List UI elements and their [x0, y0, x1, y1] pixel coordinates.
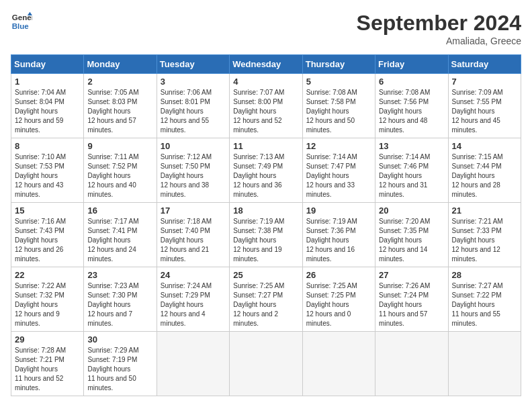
day-info: Sunrise: 7:08 AMSunset: 7:58 PMDaylight …	[306, 88, 371, 135]
day-info: Sunrise: 7:18 AMSunset: 7:40 PMDaylight …	[161, 217, 226, 264]
calendar-cell: 23Sunrise: 7:23 AMSunset: 7:30 PMDayligh…	[84, 267, 157, 332]
weekday-header-row: Sunday Monday Tuesday Wednesday Thursday…	[11, 55, 521, 74]
day-number: 7	[452, 77, 517, 87]
day-number: 8	[15, 141, 80, 151]
header-saturday: Saturday	[448, 55, 521, 74]
day-info: Sunrise: 7:20 AMSunset: 7:35 PMDaylight …	[379, 217, 444, 264]
day-info: Sunrise: 7:05 AMSunset: 8:03 PMDaylight …	[87, 88, 152, 135]
calendar-cell: 7Sunrise: 7:09 AMSunset: 7:55 PMDaylight…	[448, 74, 521, 138]
day-info: Sunrise: 7:09 AMSunset: 7:55 PMDaylight …	[452, 88, 517, 135]
calendar-cell: 19Sunrise: 7:19 AMSunset: 7:36 PMDayligh…	[302, 203, 375, 267]
day-info: Sunrise: 7:08 AMSunset: 7:56 PMDaylight …	[379, 88, 444, 135]
day-number: 18	[233, 205, 298, 216]
svg-text:Blue: Blue	[12, 22, 30, 30]
day-info: Sunrise: 7:06 AMSunset: 8:01 PMDaylight …	[161, 88, 226, 135]
day-number: 3	[161, 77, 226, 87]
day-number: 17	[161, 205, 226, 216]
calendar-cell: 2Sunrise: 7:05 AMSunset: 8:03 PMDaylight…	[84, 74, 157, 138]
day-number: 21	[452, 205, 517, 216]
calendar-cell: 15Sunrise: 7:16 AMSunset: 7:43 PMDayligh…	[11, 203, 84, 267]
calendar-cell: 18Sunrise: 7:19 AMSunset: 7:38 PMDayligh…	[230, 203, 302, 267]
calendar-cell: 1Sunrise: 7:04 AMSunset: 8:04 PMDaylight…	[11, 74, 84, 138]
calendar-cell: 11Sunrise: 7:13 AMSunset: 7:49 PMDayligh…	[230, 138, 302, 203]
calendar-cell: 22Sunrise: 7:22 AMSunset: 7:32 PMDayligh…	[11, 267, 84, 332]
day-number: 22	[15, 270, 80, 280]
day-info: Sunrise: 7:19 AMSunset: 7:36 PMDaylight …	[306, 217, 371, 264]
day-number: 29	[15, 334, 80, 345]
calendar-cell	[302, 332, 375, 396]
header-wednesday: Wednesday	[230, 55, 302, 74]
day-number: 16	[87, 205, 152, 216]
day-info: Sunrise: 7:15 AMSunset: 7:44 PMDaylight …	[452, 152, 517, 199]
day-info: Sunrise: 7:17 AMSunset: 7:41 PMDaylight …	[87, 217, 152, 264]
day-number: 6	[379, 77, 444, 87]
calendar-cell: 27Sunrise: 7:26 AMSunset: 7:24 PMDayligh…	[375, 267, 448, 332]
day-number: 30	[87, 334, 152, 345]
day-number: 28	[452, 270, 517, 280]
day-info: Sunrise: 7:29 AMSunset: 7:19 PMDaylight …	[87, 346, 152, 393]
day-info: Sunrise: 7:25 AMSunset: 7:27 PMDaylight …	[233, 281, 298, 328]
day-info: Sunrise: 7:13 AMSunset: 7:49 PMDaylight …	[233, 152, 298, 199]
calendar-cell: 20Sunrise: 7:20 AMSunset: 7:35 PMDayligh…	[375, 203, 448, 267]
calendar-cell: 12Sunrise: 7:14 AMSunset: 7:47 PMDayligh…	[302, 138, 375, 203]
calendar-row: 22Sunrise: 7:22 AMSunset: 7:32 PMDayligh…	[11, 267, 521, 332]
day-number: 23	[87, 270, 152, 280]
day-info: Sunrise: 7:12 AMSunset: 7:50 PMDaylight …	[161, 152, 226, 199]
logo: General Blue	[11, 11, 32, 32]
day-number: 20	[379, 205, 444, 216]
calendar-cell: 4Sunrise: 7:07 AMSunset: 8:00 PMDaylight…	[230, 74, 302, 138]
day-info: Sunrise: 7:14 AMSunset: 7:46 PMDaylight …	[379, 152, 444, 199]
calendar-row: 29Sunrise: 7:28 AMSunset: 7:21 PMDayligh…	[11, 332, 521, 396]
calendar-row: 15Sunrise: 7:16 AMSunset: 7:43 PMDayligh…	[11, 203, 521, 267]
calendar-cell: 10Sunrise: 7:12 AMSunset: 7:50 PMDayligh…	[157, 138, 229, 203]
calendar-cell: 13Sunrise: 7:14 AMSunset: 7:46 PMDayligh…	[375, 138, 448, 203]
day-info: Sunrise: 7:16 AMSunset: 7:43 PMDaylight …	[15, 217, 80, 264]
day-info: Sunrise: 7:22 AMSunset: 7:32 PMDaylight …	[15, 281, 80, 328]
header-sunday: Sunday	[11, 55, 84, 74]
day-info: Sunrise: 7:23 AMSunset: 7:30 PMDaylight …	[87, 281, 152, 328]
location: Amaliada, Greece	[357, 36, 521, 46]
calendar-cell: 9Sunrise: 7:11 AMSunset: 7:52 PMDaylight…	[84, 138, 157, 203]
calendar-table: Sunday Monday Tuesday Wednesday Thursday…	[11, 54, 521, 396]
day-number: 9	[87, 141, 152, 151]
day-number: 27	[379, 270, 444, 280]
calendar-cell: 6Sunrise: 7:08 AMSunset: 7:56 PMDaylight…	[375, 74, 448, 138]
day-number: 14	[452, 141, 517, 151]
day-number: 26	[306, 270, 371, 280]
day-number: 12	[306, 141, 371, 151]
page-header: General Blue September 2024 Amaliada, Gr…	[11, 11, 521, 46]
calendar-cell: 21Sunrise: 7:21 AMSunset: 7:33 PMDayligh…	[448, 203, 521, 267]
day-info: Sunrise: 7:07 AMSunset: 8:00 PMDaylight …	[233, 88, 298, 135]
day-info: Sunrise: 7:14 AMSunset: 7:47 PMDaylight …	[306, 152, 371, 199]
day-number: 19	[306, 205, 371, 216]
calendar-row: 8Sunrise: 7:10 AMSunset: 7:53 PMDaylight…	[11, 138, 521, 203]
day-number: 1	[15, 77, 80, 87]
calendar-cell: 16Sunrise: 7:17 AMSunset: 7:41 PMDayligh…	[84, 203, 157, 267]
day-number: 10	[161, 141, 226, 151]
day-number: 15	[15, 205, 80, 216]
day-number: 13	[379, 141, 444, 151]
header-tuesday: Tuesday	[157, 55, 229, 74]
day-number: 11	[233, 141, 298, 151]
day-number: 5	[306, 77, 371, 87]
calendar-cell: 14Sunrise: 7:15 AMSunset: 7:44 PMDayligh…	[448, 138, 521, 203]
calendar-cell: 17Sunrise: 7:18 AMSunset: 7:40 PMDayligh…	[157, 203, 229, 267]
day-info: Sunrise: 7:27 AMSunset: 7:22 PMDaylight …	[452, 281, 517, 328]
day-info: Sunrise: 7:10 AMSunset: 7:53 PMDaylight …	[15, 152, 80, 199]
calendar-cell: 28Sunrise: 7:27 AMSunset: 7:22 PMDayligh…	[448, 267, 521, 332]
calendar-row: 1Sunrise: 7:04 AMSunset: 8:04 PMDaylight…	[11, 74, 521, 138]
header-monday: Monday	[84, 55, 157, 74]
logo-icon: General Blue	[11, 11, 32, 32]
month-title: September 2024	[357, 11, 521, 36]
day-number: 24	[161, 270, 226, 280]
day-info: Sunrise: 7:19 AMSunset: 7:38 PMDaylight …	[233, 217, 298, 264]
header-friday: Friday	[375, 55, 448, 74]
day-info: Sunrise: 7:26 AMSunset: 7:24 PMDaylight …	[379, 281, 444, 328]
calendar-cell	[448, 332, 521, 396]
day-number: 2	[87, 77, 152, 87]
day-info: Sunrise: 7:24 AMSunset: 7:29 PMDaylight …	[161, 281, 226, 328]
calendar-cell: 3Sunrise: 7:06 AMSunset: 8:01 PMDaylight…	[157, 74, 229, 138]
day-number: 4	[233, 77, 298, 87]
day-info: Sunrise: 7:11 AMSunset: 7:52 PMDaylight …	[87, 152, 152, 199]
day-info: Sunrise: 7:28 AMSunset: 7:21 PMDaylight …	[15, 346, 80, 393]
